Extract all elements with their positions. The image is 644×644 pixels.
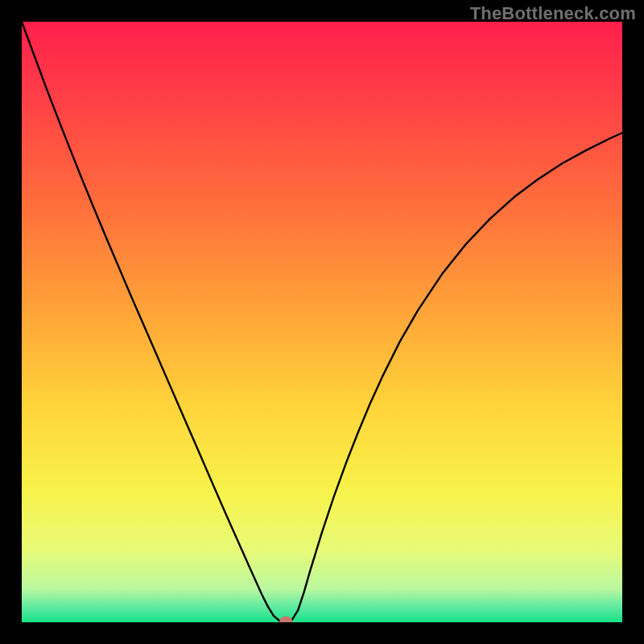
plot-area: [22, 22, 622, 622]
bottleneck-chart: [22, 22, 622, 622]
watermark-text: TheBottleneck.com: [470, 3, 636, 24]
chart-frame: TheBottleneck.com: [0, 0, 644, 644]
